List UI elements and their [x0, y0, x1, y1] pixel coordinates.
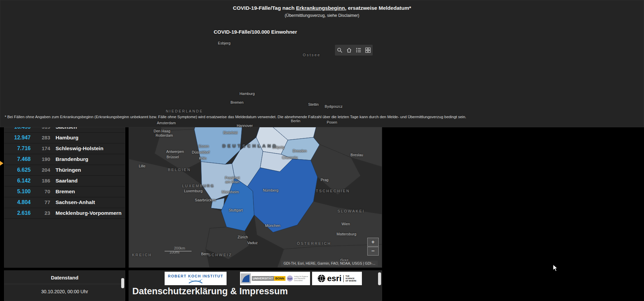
- map-city-label: Nürnberg: [263, 188, 278, 192]
- footer-panel: ROBERT KOCH INSTITUT UNIVERSITÄT BONN ih…: [129, 270, 382, 301]
- rki-logo: ROBERT KOCH INSTITUT: [165, 272, 227, 285]
- map-city-label: Mattersburg: [337, 232, 357, 236]
- row-name: Hamburg: [56, 135, 78, 141]
- zoom-out-button[interactable]: −: [367, 247, 379, 256]
- daily-chart-bars: [23, 29, 251, 81]
- map-city-label: Posen: [327, 120, 337, 124]
- legend-list-icon[interactable]: [356, 47, 361, 53]
- row-deaths: 186: [33, 178, 50, 183]
- daily-chart-title: COVID-19-Fälle/Tag nach Erkrankungsbegin…: [0, 5, 644, 11]
- row-cases: 7.468: [4, 156, 31, 162]
- mouse-cursor: [553, 264, 558, 272]
- map-city-label: Zürich: [238, 235, 248, 239]
- scalebar-line: [165, 251, 192, 252]
- map-area-label: BELGIEN: [168, 168, 191, 172]
- scale-km: 200km: [174, 246, 185, 250]
- bundesland-row[interactable]: 7.716174Schleswig-Holstein: [4, 143, 125, 154]
- bundesland-row[interactable]: 2.61623Mecklenburg-Vorpommern: [4, 208, 125, 219]
- row-deaths: 283: [33, 135, 50, 140]
- map-city-label: Bremen: [231, 100, 244, 104]
- bundesland-row[interactable]: 6.142186Saarland: [4, 176, 125, 187]
- map-city-label: Rotterdam: [156, 133, 173, 137]
- rki-logo-text: ROBERT KOCH INSTITUT: [168, 274, 223, 278]
- map-city-label: Den Haag: [154, 129, 170, 133]
- map-city-label: Bydgoszcz: [325, 104, 342, 108]
- bundesland-row[interactable]: 12.947283Hamburg: [4, 133, 125, 143]
- map-area-label: TSCHECHIEN: [316, 189, 350, 193]
- row-name: Saarland: [56, 178, 77, 184]
- row-name: Bremen: [56, 189, 75, 195]
- uni-bonn-mark-icon: [241, 273, 251, 283]
- bundesland-row[interactable]: 4.80477Sachsen-Anhalt: [4, 197, 125, 208]
- search-icon[interactable]: [337, 47, 342, 53]
- row-cases: 6.142: [4, 178, 31, 184]
- map-city-label: Essen: [199, 144, 209, 148]
- row-cases: 5.100: [4, 189, 31, 195]
- uni-bonn-wordmark: UNIVERSITÄT BONN: [252, 276, 286, 281]
- map-area-label: Ostsee: [303, 53, 321, 57]
- daily-chart-subtitle: (Übermittlungsverzug, siehe Disclaimer): [0, 13, 644, 18]
- map-area-label: KREICH: [132, 253, 152, 257]
- datenstand-value: 30.10.2020, 00:00 Uhr: [4, 289, 125, 294]
- row-deaths: 70: [33, 189, 50, 194]
- map-city-label: Mannheim: [222, 190, 239, 194]
- scrollbar[interactable]: [378, 272, 381, 285]
- daily-title-erkrankungsbeginn: Erkrankungsbeginn: [296, 5, 345, 11]
- map-city-label: Dresden: [293, 149, 307, 153]
- map-city-label: Stettin: [308, 102, 318, 106]
- row-cases: 6.625: [4, 167, 31, 173]
- home-icon[interactable]: [346, 47, 352, 53]
- row-cases: 4.804: [4, 199, 31, 205]
- map-scalebar: 200km 100mi: [165, 246, 185, 254]
- bundesland-row[interactable]: 5.10070Bremen: [4, 187, 125, 197]
- row-cases: 12.947: [4, 135, 31, 141]
- row-cases: 7.716: [4, 145, 31, 152]
- esri-globe-icon: [317, 274, 326, 283]
- divider: [4, 284, 125, 284]
- row-name: Schleswig-Holstein: [56, 145, 103, 152]
- scrollbar[interactable]: [121, 278, 124, 288]
- map-city-label: Amsterdam: [157, 121, 176, 125]
- dashboard: Robert Koch-Institut: COVID-19-Dashboard…: [0, 0, 644, 301]
- map-city-label: Breslau: [350, 153, 363, 157]
- datenstand-panel: Datenstand 30.10.2020, 00:00 Uhr: [4, 270, 125, 301]
- esri-wordmark: esri: [327, 274, 342, 283]
- esri-tagline: THE SCIENCE OF WHERE: [343, 275, 357, 282]
- map-city-label: Hannover: [237, 124, 253, 128]
- row-deaths: 174: [33, 145, 50, 151]
- map-city-label: Chemnitz: [282, 156, 298, 160]
- row-name: Mecklenburg-Vorpommern: [56, 210, 122, 216]
- daily-chart: COVID-19-Fälle/Tag nach Erkrankungsbegin…: [0, 0, 644, 127]
- row-cases: 2.616: [4, 210, 31, 216]
- edge-marker-icon: [0, 161, 3, 166]
- daily-title-post: , ersatzweise Meldedatum*: [345, 5, 411, 11]
- map-area-label: NIEDERLANDE: [166, 109, 203, 113]
- impressum-link[interactable]: Datenschutzerklärung & Impressum: [132, 286, 288, 297]
- row-deaths: 204: [33, 167, 50, 173]
- rki-fish-icon: [187, 278, 204, 284]
- daily-title-pre: COVID-19-Fälle/Tag nach: [233, 5, 296, 11]
- map-city-label: Antwerpen: [166, 149, 184, 154]
- bundesland-row[interactable]: 6.625204Thüringen: [4, 165, 125, 176]
- datenstand-title: Datenstand: [4, 275, 125, 280]
- ihph-caption: Institut für Hygiene und Öffentliche Ges…: [294, 275, 309, 281]
- map-attribution: GDI-TH, Esri, HERE, Garmin, FAO, NOAA, U…: [281, 261, 378, 266]
- map-city-label: Esbjerg: [218, 41, 230, 45]
- map-city-label: Bielefeld: [223, 131, 237, 135]
- map-area-label: ÖSTERREICH: [297, 241, 331, 245]
- zoom-in-button[interactable]: +: [367, 238, 379, 246]
- ihph-logo: ihph: [287, 275, 293, 281]
- bonn-universitaet-text: UNIVERSITÄT: [252, 276, 274, 281]
- map-zoom-controls: + −: [367, 238, 379, 256]
- map-city-label: Prag: [320, 178, 328, 182]
- footnote: * Bei Fällen ohne Angaben zum Erkrankung…: [5, 112, 639, 121]
- map-city-label: Hamburg: [239, 92, 255, 96]
- map-city-label: Luxemburg: [184, 189, 202, 193]
- bundesland-row[interactable]: 7.468190Brandenburg: [4, 154, 125, 165]
- map-city-label: Bern: [201, 252, 209, 256]
- map-toolbar: [335, 45, 373, 56]
- map-city-label: Stuttgart: [229, 208, 243, 212]
- map-city-label: Vaduz: [247, 241, 258, 245]
- map-city-label: Düsseldorf: [192, 150, 210, 154]
- basemap-grid-icon[interactable]: [365, 47, 371, 53]
